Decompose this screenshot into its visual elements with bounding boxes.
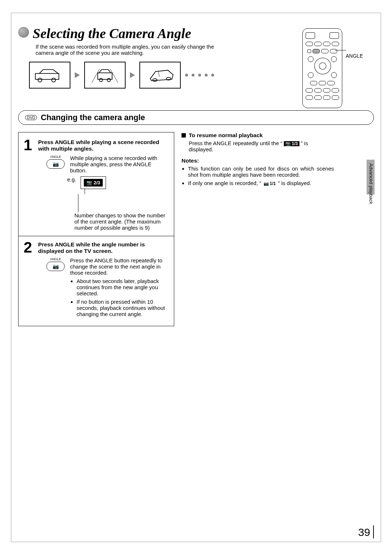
section-tab-label: Advanced playback — [368, 163, 374, 204]
callout-line — [335, 50, 346, 50]
remote-control-icon — [302, 28, 342, 108]
page-number-bar — [373, 525, 374, 538]
page-number: 39 — [358, 526, 370, 538]
remote-angle-label: ANGLE — [346, 53, 363, 59]
